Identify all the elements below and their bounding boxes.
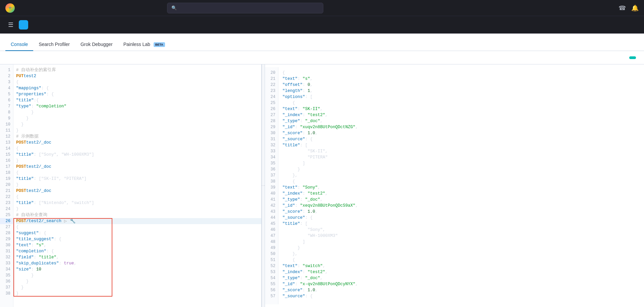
- elastic-logo[interactable]: [5, 3, 17, 13]
- tab-painless-lab[interactable]: Painless Lab BETA: [118, 38, 170, 51]
- search-bar[interactable]: 🔍: [167, 3, 323, 13]
- editor-line-23: "title": ["Nintendo", "switch"]: [16, 200, 261, 206]
- nav-icons: ☎ 🔔: [619, 4, 639, 12]
- editor-line-33: "skip_duplicates": true,: [16, 260, 261, 266]
- response-line-22: "offset": 0,: [282, 82, 644, 88]
- response-line-29: "_id": "xuqv2n8BUtPonQDctNZG",: [282, 124, 644, 130]
- editor-line-4: "mappings": {: [16, 85, 261, 91]
- response-line-30: "_score": 1.0,: [282, 130, 644, 136]
- editor-line-25: # 自动补全查询: [16, 212, 261, 218]
- main-content: 1234567891011121314151617181920212223242…: [0, 64, 644, 307]
- response-line-numbers: 2021222324252627282930313233343536373839…: [265, 67, 278, 304]
- response-line-37: },: [282, 172, 644, 178]
- editor-line-21: POST test2/_doc: [16, 188, 261, 194]
- code-area[interactable]: # 自动补全的索引库PUT test2{ "mappings": { "prop…: [13, 64, 261, 307]
- editor-line-1: # 自动补全的索引库: [16, 67, 261, 73]
- top-nav: 🔍 ☎ 🔔: [0, 0, 644, 16]
- response-line-39: "text": "Sony",: [282, 185, 644, 191]
- editor-line-35: }: [16, 272, 261, 278]
- tab-grok-debugger[interactable]: Grok Debugger: [75, 38, 118, 51]
- response-line-38: {: [282, 178, 644, 185]
- search-icon: 🔍: [171, 5, 177, 10]
- editor-line-26: POST /test2/_search▷ 🔧: [16, 218, 261, 224]
- response-line-50: },: [282, 251, 644, 257]
- editor-line-14: {: [16, 146, 261, 152]
- status-badge: [629, 56, 636, 59]
- response-line-35: ]: [282, 160, 644, 166]
- response-line-45: "title": [: [282, 221, 644, 227]
- response-line-47: "WH-1000XM3": [282, 233, 644, 239]
- editor-line-34: "size": 10: [16, 266, 261, 272]
- response-line-23: "length": 1,: [282, 88, 644, 94]
- response-line-49: }: [282, 245, 644, 251]
- editor-line-30: "text": "s",: [16, 242, 261, 248]
- tab-search-profiler[interactable]: Search Profiler: [33, 38, 75, 51]
- editor-line-12: # 示例数据: [16, 134, 261, 140]
- editor-line-9: }: [16, 115, 261, 121]
- hamburger-button[interactable]: ☰: [5, 20, 16, 30]
- response-line-27: "_index": "test2",: [282, 112, 644, 118]
- secondary-nav: ☰: [0, 16, 644, 34]
- editor-line-32: "field": "title",: [16, 254, 261, 260]
- response-line-51: {: [282, 257, 644, 263]
- response-line-40: "_index": "test2",: [282, 191, 644, 197]
- editor-line-15: "title": ["Sony", "WH-1000XM3"]: [16, 152, 261, 158]
- response-code-area: { "text": "s", "offset": 0, "length": 1,…: [278, 67, 644, 304]
- tab-console[interactable]: Console: [5, 38, 33, 51]
- tabs-bar: Console Search Profiler Grok Debugger Pa…: [0, 34, 644, 51]
- response-line-25: {: [282, 100, 644, 106]
- editor-panel[interactable]: 1234567891011121314151617181920212223242…: [0, 64, 262, 307]
- response-line-31: "_source": {: [282, 136, 644, 142]
- editor-line-11: }: [16, 127, 261, 134]
- editor-line-38: }: [16, 291, 261, 297]
- response-line-53: "_index": "test2",: [282, 269, 644, 275]
- run-icons[interactable]: ▷ 🔧: [64, 218, 75, 224]
- editor-line-24: }: [16, 206, 261, 212]
- divider-icon: ⋮: [262, 184, 265, 188]
- editor-line-7: "type": "completion": [16, 103, 261, 109]
- editor-line-2: PUT test2: [16, 73, 261, 79]
- editor-line-5: "properties": {: [16, 91, 261, 97]
- editor-line-18: {: [16, 170, 261, 176]
- editor-line-27: {: [16, 224, 261, 230]
- notifications-icon[interactable]: 🔔: [631, 4, 639, 12]
- editor-line-13: POST test2/_doc: [16, 140, 261, 146]
- response-panel: 2021222324252627282930313233343536373839…: [265, 64, 644, 307]
- editor-line-31: "completion": {: [16, 248, 261, 254]
- editor-line-8: }: [16, 109, 261, 115]
- editor-line-20: }: [16, 182, 261, 188]
- response-line-28: "_type": "_doc",: [282, 118, 644, 124]
- editor-line-28: "suggest": {: [16, 230, 261, 236]
- response-line-26: "text": "SK-II",: [282, 106, 644, 112]
- response-line-46: "Sony",: [282, 227, 644, 233]
- editor-line-37: }: [16, 285, 261, 291]
- response-line-43: "_score": 1.0,: [282, 209, 644, 215]
- editor-line-36: }: [16, 278, 261, 285]
- svg-point-0: [7, 5, 13, 10]
- response-line-34: "PITERA": [282, 154, 644, 160]
- response-line-52: "text": "switch",: [282, 263, 644, 269]
- response-line-41: "_type": "_doc",: [282, 197, 644, 203]
- editor-line-19: "title": ["SK-II", "PITERA"]: [16, 176, 261, 182]
- dev-tools-badge: [19, 20, 28, 30]
- response-line-42: "_id": "xeqv2n8BUtPonQDcS9aX",: [282, 203, 644, 209]
- editor-line-6: "title":{: [16, 97, 261, 103]
- elastic-logo-icon: [5, 3, 15, 13]
- response-line-44: "_source": {: [282, 215, 644, 221]
- beta-badge: BETA: [154, 42, 165, 47]
- editor-line-22: {: [16, 194, 261, 200]
- response-line-36: }: [282, 166, 644, 172]
- editor-line-10: }: [16, 121, 261, 127]
- editor-line-16: }: [16, 158, 261, 164]
- response-line-33: "SK-II",: [282, 148, 644, 154]
- response-line-20: {: [282, 70, 644, 76]
- editor-line-29: "title_suggest": {: [16, 236, 261, 242]
- response-line-55: "_id": "x-qv2n8BUtPonQDcyNYX",: [282, 281, 644, 287]
- editor-line-3: {: [16, 79, 261, 85]
- response-line-56: "_score": 1.0,: [282, 287, 644, 293]
- response-line-21: "text": "s",: [282, 76, 644, 82]
- editor-line-17: POST test2/_doc: [16, 164, 261, 170]
- response-line-57: "_source": {: [282, 293, 644, 299]
- panel-divider[interactable]: ⋮: [262, 64, 265, 307]
- help-icon[interactable]: ☎: [619, 4, 626, 12]
